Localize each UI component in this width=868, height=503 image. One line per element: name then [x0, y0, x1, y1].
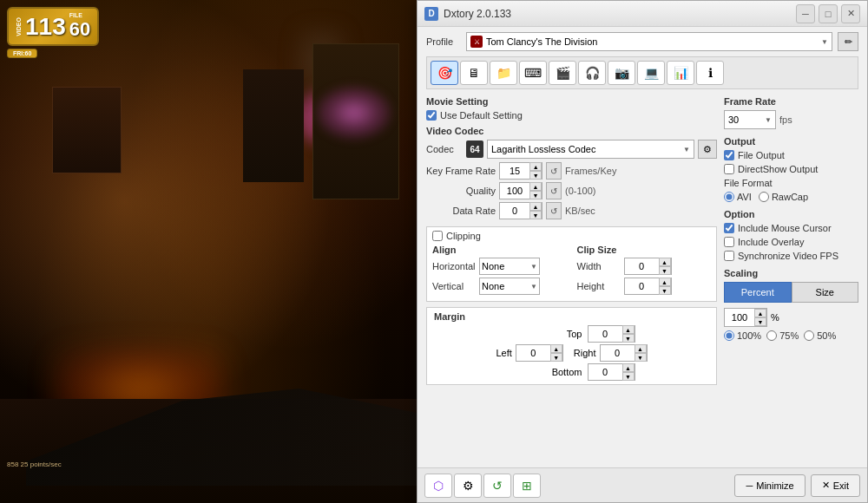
key-frame-reset[interactable]: ↺: [546, 162, 562, 180]
horizontal-select[interactable]: None ▼: [479, 258, 540, 275]
frame-rate-select[interactable]: 30 ▼: [724, 110, 776, 129]
right-spinbox[interactable]: 0 ▲ ▼: [600, 344, 648, 362]
close-window-btn[interactable]: ✕: [841, 4, 860, 23]
maximize-window-btn[interactable]: □: [819, 4, 838, 23]
height-spinbox[interactable]: 0 ▲ ▼: [624, 278, 672, 295]
profile-row: Profile ⚔ Tom Clancy's The Division ▼ ✏: [426, 32, 858, 51]
rawcap-label: RawCap: [772, 192, 808, 202]
width-spinbox[interactable]: 0 ▲ ▼: [624, 258, 672, 275]
data-rate-reset[interactable]: ↺: [546, 202, 562, 219]
mouse-cursor-checkbox[interactable]: [724, 223, 734, 233]
left-up[interactable]: ▲: [550, 344, 562, 353]
bottom-spinbox[interactable]: 0 ▲ ▼: [588, 363, 635, 381]
toolbar-folder-btn[interactable]: 📁: [490, 61, 517, 85]
profile-select[interactable]: ⚔ Tom Clancy's The Division ▼: [466, 32, 832, 51]
sync-fps-label: Synchronize Video FPS: [738, 251, 838, 261]
exit-icon: ✕: [822, 480, 830, 491]
overlay-checkbox[interactable]: [724, 237, 734, 247]
exit-btn[interactable]: ✕ Exit: [811, 474, 860, 497]
data-rate-spinbox[interactable]: 0 ▲ ▼: [499, 202, 542, 219]
height-up[interactable]: ▲: [659, 278, 671, 286]
scaling-spinbox[interactable]: 100 ▲ ▼: [724, 308, 767, 327]
key-frame-down[interactable]: ▼: [529, 171, 542, 180]
size-btn[interactable]: Size: [792, 282, 859, 303]
title-bar: D Dxtory 2.0.133 ─ □ ✕: [418, 1, 867, 27]
bottom-icon-4[interactable]: ⊞: [513, 474, 541, 498]
codec-number: 64: [466, 140, 483, 158]
key-frame-value: 15: [500, 166, 529, 176]
bottom-icon-2[interactable]: ⚙: [454, 474, 482, 498]
profile-edit-btn[interactable]: ✏: [838, 32, 858, 51]
main-window: D Dxtory 2.0.133 ─ □ ✕ Profile ⚔ Tom Cla…: [417, 0, 868, 503]
75pct-radio[interactable]: [766, 330, 777, 341]
width-down[interactable]: ▼: [659, 266, 671, 275]
bottom-icon-1[interactable]: ⬡: [424, 474, 452, 498]
left-down[interactable]: ▼: [550, 353, 562, 362]
toolbar-video-btn[interactable]: 🎬: [549, 61, 576, 85]
scaling-value-row: 100 ▲ ▼ %: [724, 308, 858, 327]
quality-spinbox[interactable]: 100 ▲ ▼: [499, 182, 542, 199]
toolbar-info-btn[interactable]: ℹ: [696, 61, 724, 85]
title-bar-left: D Dxtory 2.0.133: [424, 7, 511, 21]
top-down[interactable]: ▼: [622, 334, 635, 343]
movie-setting-section: Movie Setting Use Default Setting: [426, 96, 717, 121]
left-spinbox[interactable]: 0 ▲ ▼: [516, 344, 563, 362]
100pct-item: 100%: [724, 330, 761, 341]
codec-value: Lagarith Lossless Codec: [491, 144, 595, 154]
data-rate-down[interactable]: ▼: [529, 211, 542, 219]
toolbar-keyboard-btn[interactable]: ⌨: [519, 61, 547, 85]
scaling-title: Scaling: [724, 268, 858, 278]
minimize-window-btn[interactable]: ─: [796, 4, 815, 23]
key-frame-up[interactable]: ▲: [529, 162, 542, 171]
bottom-up[interactable]: ▲: [622, 363, 635, 372]
width-label: Width: [577, 261, 621, 271]
directshow-checkbox[interactable]: [724, 164, 734, 174]
toolbar-system-btn[interactable]: 💻: [637, 61, 665, 85]
toolbar-icons: 🎯 🖥 📁 ⌨ 🎬 🎧 📷 💻 📊 ℹ: [426, 56, 858, 89]
50pct-radio[interactable]: [804, 330, 814, 341]
codec-select[interactable]: Lagarith Lossless Codec ▼: [487, 140, 694, 159]
vertical-select[interactable]: None ▼: [479, 278, 540, 295]
toolbar-screenshot-btn[interactable]: 📷: [608, 61, 635, 85]
height-value: 0: [625, 281, 659, 291]
right-up[interactable]: ▲: [635, 344, 647, 353]
percent-btn[interactable]: Percent: [724, 282, 792, 303]
width-up[interactable]: ▲: [659, 258, 671, 266]
minimize-btn[interactable]: ─ Minimize: [734, 474, 805, 497]
top-up[interactable]: ▲: [622, 325, 635, 334]
quality-reset[interactable]: ↺: [546, 182, 562, 199]
clipping-checkbox[interactable]: [432, 231, 443, 241]
codec-dropdown-arrow: ▼: [683, 146, 690, 154]
toolbar-capture-btn[interactable]: 🎯: [431, 61, 458, 85]
height-down[interactable]: ▼: [659, 286, 671, 295]
toolbar-display-btn[interactable]: 🖥: [460, 61, 488, 85]
quality-down[interactable]: ▼: [529, 191, 542, 199]
top-spinbox[interactable]: 0 ▲ ▼: [588, 325, 635, 343]
neon-glow: [317, 87, 391, 139]
right-down[interactable]: ▼: [635, 353, 647, 362]
quality-up[interactable]: ▲: [529, 182, 542, 191]
toolbar-audio-btn[interactable]: 🎧: [578, 61, 606, 85]
key-frame-spinbox[interactable]: 15 ▲ ▼: [499, 162, 542, 180]
data-rate-up[interactable]: ▲: [529, 202, 542, 211]
file-output-checkbox[interactable]: [724, 150, 734, 160]
vertical-row: Vertical None ▼: [432, 278, 567, 295]
quality-range: (0-100): [565, 186, 595, 196]
codec-settings-btn[interactable]: ⚙: [698, 140, 717, 159]
bottom-icon-3[interactable]: ↺: [483, 474, 511, 498]
vertical-label: Vertical: [432, 281, 476, 291]
50pct-label: 50%: [817, 330, 836, 341]
avi-radio[interactable]: [724, 192, 734, 202]
sync-fps-checkbox[interactable]: [724, 251, 734, 261]
option-title: Option: [724, 209, 858, 219]
use-default-checkbox[interactable]: [426, 110, 437, 121]
100pct-radio[interactable]: [724, 330, 734, 341]
scaling-up[interactable]: ▲: [754, 309, 766, 317]
scaling-down[interactable]: ▼: [754, 317, 766, 326]
bottom-down[interactable]: ▼: [622, 372, 635, 381]
file-output-row: File Output: [724, 150, 858, 160]
margin-grid: Top 0 ▲ ▼ Left: [434, 325, 709, 381]
toolbar-stats-btn[interactable]: 📊: [667, 61, 694, 85]
rawcap-radio[interactable]: [759, 192, 769, 202]
video-codec-section: Video Codec Codec 64 Lagarith Lossless C…: [426, 126, 717, 219]
